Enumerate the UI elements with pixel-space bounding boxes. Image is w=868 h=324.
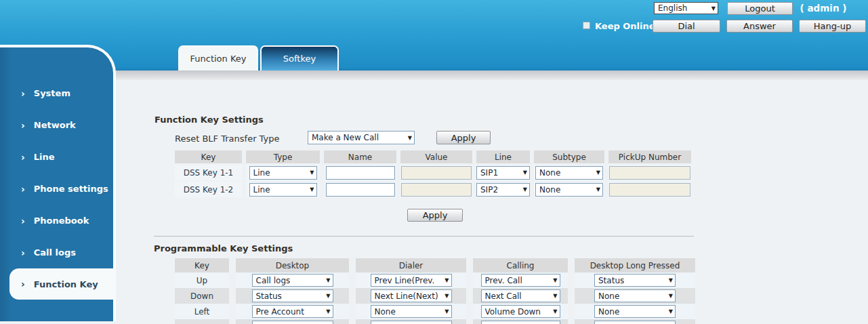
desktop-select[interactable]: Call logs▼ <box>252 274 333 287</box>
dropdown-arrow-icon: ▼ <box>667 308 673 315</box>
key-label: DSS Key 1-1 <box>175 165 242 180</box>
column-header-pickup-number: PickUp Number <box>608 150 691 163</box>
chevron-right-icon: › <box>21 248 25 258</box>
subtype-cell: None▼ <box>534 182 604 197</box>
dialer-select-value: Next Line(Next) <box>375 291 438 301</box>
dropdown-arrow-icon: ▼ <box>709 5 716 12</box>
header-divider-strip <box>0 70 868 80</box>
function-key-settings-title: Function Key Settings <box>154 115 264 125</box>
dial-button[interactable]: Dial <box>653 20 720 33</box>
dialer-select-value: None <box>375 307 396 317</box>
desktop-long-pressed-select[interactable]: None▼ <box>594 305 676 318</box>
hangup-button[interactable]: Hang-up <box>799 20 866 33</box>
desktop-select[interactable]: Pre Account▼ <box>252 305 333 318</box>
desktop-long-pressed-select[interactable]: None▼ <box>594 289 676 302</box>
dropdown-arrow-icon: ▼ <box>667 293 673 299</box>
type-select[interactable]: Line▼ <box>249 166 317 180</box>
desktop-long-pressed-select[interactable]: ▼ <box>594 321 676 324</box>
pickup-number-input[interactable] <box>609 166 690 180</box>
value-input[interactable] <box>401 166 472 180</box>
sidebar-item-label: Line <box>34 152 55 162</box>
column-header-line: Line <box>476 150 530 163</box>
keep-online-checkbox[interactable] <box>583 22 590 29</box>
subtype-select-value: None <box>539 168 560 178</box>
calling-select[interactable]: Prev. Call▼ <box>481 274 560 287</box>
dialer-select-value: Prev Line(Prev. <box>375 276 435 285</box>
key-label: Left <box>175 304 229 319</box>
dropdown-arrow-icon: ▼ <box>308 169 314 176</box>
calling-select[interactable]: Volume Down▼ <box>481 305 560 318</box>
sidebar-item-network[interactable]: ›Network <box>0 109 113 141</box>
desktop-long-pressed-select-value: None <box>598 291 619 301</box>
dropdown-arrow-icon: ▼ <box>521 186 527 193</box>
subtype-select[interactable]: None▼ <box>535 183 603 197</box>
type-select[interactable]: Line▼ <box>249 183 317 197</box>
desktop-long-pressed-cell: None▼ <box>575 288 695 304</box>
reset-blf-transfer-type-select[interactable]: Make a New Call ▼ <box>308 131 415 144</box>
sidebar-item-phone-settings[interactable]: ›Phone settings <box>0 173 113 205</box>
keep-online-label: Keep Online <box>595 21 655 31</box>
desktop-select-value: Pre Account <box>256 307 304 317</box>
language-select[interactable]: English ▼ <box>654 2 718 14</box>
reset-blf-transfer-type-value: Make a New Call <box>312 133 379 142</box>
name-cell <box>324 165 396 180</box>
sidebar-item-label: Call logs <box>34 247 76 258</box>
dialer-select[interactable]: Prev Line(Prev.▼ <box>371 274 452 287</box>
function-key-table: KeyTypeNameValueLineSubtypePickUp Number… <box>175 150 691 197</box>
column-header-dialer: Dialer <box>356 258 466 272</box>
apply-button-bottom[interactable]: Apply <box>407 209 463 222</box>
sidebar-item-call-logs[interactable]: ›Call logs <box>0 237 113 268</box>
programmable-key-settings-title: Programmable Key Settings <box>154 243 293 254</box>
line-select[interactable]: SIP2▼ <box>476 183 530 197</box>
value-input[interactable] <box>401 183 472 197</box>
dialer-cell: Next Line(Next)▼ <box>356 288 466 304</box>
desktop-select[interactable]: Status▼ <box>252 289 333 302</box>
dropdown-arrow-icon: ▼ <box>324 277 330 283</box>
page: English ▼ Logout ( admin ) Keep Online D… <box>0 0 868 324</box>
calling-cell: Prev. Call▼ <box>473 272 568 288</box>
pickup-number-cell <box>608 165 691 180</box>
dialer-select[interactable]: ▼ <box>371 321 452 324</box>
sidebar-item-phonebook[interactable]: ›Phonebook <box>0 205 113 237</box>
sidebar-item-function-key[interactable]: ›Function Key <box>9 268 116 300</box>
apply-button-top[interactable]: Apply <box>436 131 491 144</box>
desktop-cell: Call logs▼ <box>236 272 349 288</box>
desktop-long-pressed-cell: None▼ <box>575 304 695 319</box>
sidebar-nav: ›System›Network›Line›Phone settings›Phon… <box>0 47 113 300</box>
desktop-long-pressed-select[interactable]: Status▼ <box>594 274 676 287</box>
calling-select[interactable]: ▼ <box>481 321 560 324</box>
dialer-select[interactable]: None▼ <box>371 305 452 318</box>
dialer-select[interactable]: Next Line(Next)▼ <box>371 289 452 302</box>
desktop-long-pressed-select-value: None <box>598 307 619 317</box>
name-input[interactable] <box>326 183 395 197</box>
pickup-number-input[interactable] <box>609 183 690 197</box>
sidebar: ›System›Network›Line›Phone settings›Phon… <box>0 45 116 321</box>
calling-select[interactable]: Next Call▼ <box>481 289 560 302</box>
type-select-value: Line <box>253 185 270 195</box>
tab-function-key[interactable]: Function Key <box>178 45 258 70</box>
sidebar-item-line[interactable]: ›Line <box>0 141 113 173</box>
dropdown-arrow-icon: ▼ <box>551 277 557 283</box>
desktop-select-value: Call logs <box>256 276 291 285</box>
sidebar-item-label: Phonebook <box>34 216 89 226</box>
sidebar-item-label: System <box>34 88 70 98</box>
reset-blf-transfer-type-label: Reset BLF Transfer Type <box>175 134 279 144</box>
name-input[interactable] <box>326 166 395 180</box>
logout-button[interactable]: Logout <box>727 2 793 15</box>
line-select-value: SIP2 <box>480 185 498 195</box>
tab-softkey[interactable]: Softkey <box>260 45 339 70</box>
chevron-right-icon: › <box>21 216 25 226</box>
line-select-value: SIP1 <box>480 168 498 178</box>
desktop-select[interactable]: ▼ <box>252 321 333 324</box>
line-select[interactable]: SIP1▼ <box>476 166 530 180</box>
answer-button[interactable]: Answer <box>726 20 793 33</box>
value-cell <box>400 165 472 180</box>
sidebar-item-system[interactable]: ›System <box>0 77 113 109</box>
sidebar-item-label: Function Key <box>34 279 98 289</box>
type-cell: Line▼ <box>246 182 320 197</box>
subtype-select[interactable]: None▼ <box>535 166 603 180</box>
column-header-name: Name <box>324 150 396 163</box>
desktop-long-pressed-cell: Status▼ <box>575 272 695 288</box>
dropdown-arrow-icon: ▼ <box>442 277 449 283</box>
dropdown-arrow-icon: ▼ <box>442 308 449 315</box>
